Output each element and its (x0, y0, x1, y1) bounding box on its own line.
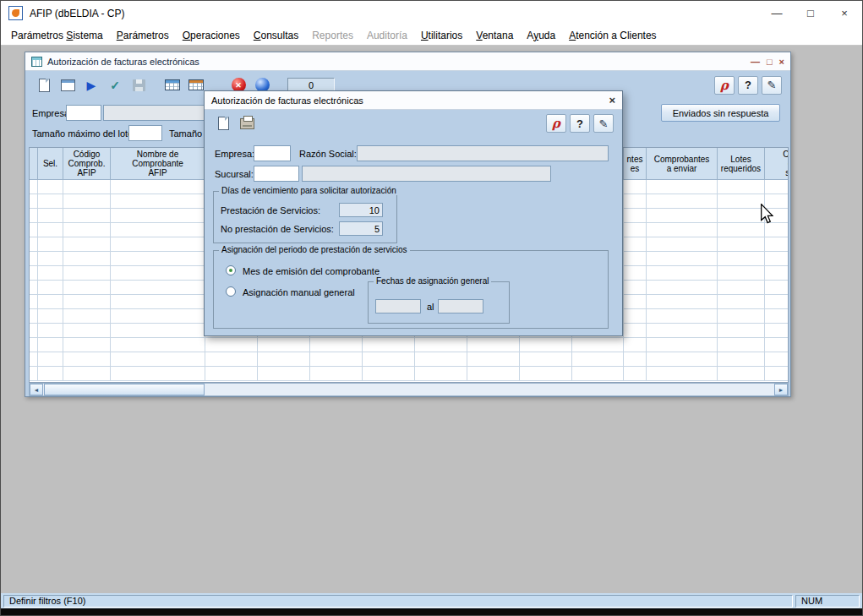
child-window-controls: — □ × (751, 57, 784, 67)
razon-social-label: Razón Social: (299, 149, 357, 159)
dialog-toolbar: ρ ? ✎ (205, 111, 622, 136)
grid-header-cell[interactable]: Nombre deComprobanteAFIP (111, 148, 205, 180)
tamano-lote-input[interactable] (128, 125, 162, 141)
prestacion-label: Prestación de Servicios: (221, 205, 320, 215)
save-disk-icon (133, 79, 145, 91)
printer-icon (240, 118, 254, 129)
confirm-button[interactable]: ✓ (105, 75, 125, 95)
radio-asignacion-manual[interactable] (226, 286, 236, 297)
dialog-exit-button[interactable]: ρ (546, 114, 566, 133)
fecha-desde-input (375, 299, 421, 313)
exit-button[interactable]: ρ (714, 76, 735, 95)
dialog-help-button[interactable]: ? (570, 114, 590, 133)
dialog-title: Autorización de facturas electrónicas (211, 95, 363, 106)
razon-social-field (357, 145, 609, 161)
filter-button[interactable]: ✎ (762, 76, 782, 95)
grid-header-cell[interactable]: Sel. (38, 148, 63, 180)
save-button[interactable] (128, 75, 149, 95)
child-minimize-button[interactable]: — (751, 57, 760, 67)
window-title: AFIP (dbELDIA - CP) (30, 8, 124, 19)
dialog-empresa-label: Empresa: (215, 149, 254, 159)
help-button[interactable]: ? (738, 76, 758, 95)
table-row[interactable] (30, 338, 788, 352)
help-icon: ? (745, 79, 751, 91)
menu-item[interactable]: Reportes (305, 26, 360, 45)
vencimiento-groupbox-label: Días de vencimiento para solicitar autor… (219, 186, 399, 195)
properties-button[interactable] (57, 75, 78, 95)
new-record-button[interactable] (34, 75, 54, 95)
dialog-print-button[interactable] (237, 113, 257, 134)
grid-header-cell[interactable]: Comprobaenviadosin respu (765, 148, 789, 180)
dialog-toolbar-right-group: ρ ? ✎ (543, 114, 614, 133)
exit-icon: ρ (552, 116, 560, 131)
grid-window-icon (31, 57, 42, 67)
table-row[interactable] (30, 367, 788, 381)
child-maximize-button[interactable]: □ (767, 57, 773, 67)
num-lock-indicator: NUM (795, 595, 860, 608)
quill-icon: ✎ (599, 117, 609, 130)
table-export-icon (188, 79, 204, 90)
scroll-left-button[interactable]: ◄ (30, 384, 43, 395)
scroll-right-button[interactable]: ► (774, 384, 788, 395)
maximize-button[interactable]: □ (794, 1, 827, 25)
menu-item[interactable]: Operaciones (176, 26, 247, 45)
radio-mes-emision-label[interactable]: Mes de emisión del comprobante (243, 266, 380, 276)
fechas-groupbox: Fechas de asignación general al (368, 281, 510, 324)
help-icon: ? (576, 117, 583, 130)
radio-mes-emision[interactable] (226, 265, 236, 275)
menu-bar: Parámetros SistemaParámetrosOperacionesC… (1, 25, 862, 46)
menu-item[interactable]: Auditoría (360, 26, 414, 45)
exit-icon: ρ (720, 78, 729, 93)
sucursal-input[interactable] (254, 166, 299, 182)
run-icon: ▶ (87, 79, 96, 91)
toolbar-right-group: ρ ? ✎ (711, 76, 782, 95)
menu-item[interactable]: Utilitarios (414, 26, 469, 45)
fecha-hasta-input (438, 299, 483, 313)
window-controls: — □ × (760, 1, 861, 25)
grid-header-cell[interactable] (30, 148, 38, 180)
mdi-area: Autorización de facturas electrónicas — … (1, 46, 862, 593)
grid-view-button[interactable] (162, 75, 183, 95)
title-bar: AFIP (dbELDIA - CP) — □ × (1, 1, 862, 25)
window-bottom-edge (1, 608, 862, 615)
new-document-icon (39, 79, 50, 92)
dialog-new-button[interactable] (213, 113, 233, 134)
enviados-sin-respuesta-button[interactable]: Enviados sin respuesta (661, 104, 780, 122)
menu-item[interactable]: Parámetros (110, 26, 176, 45)
menu-item[interactable]: Ayuda (520, 26, 562, 45)
dialog-title-bar: Autorización de facturas electrónicas × (205, 91, 622, 110)
scrollbar-thumb[interactable] (44, 384, 205, 395)
form-window-icon (61, 79, 75, 91)
no-prestacion-label: No prestación de Servicios: (221, 224, 334, 234)
grid-header-cell[interactable]: nteses (624, 148, 647, 180)
menu-item[interactable]: Atención a Clientes (562, 26, 663, 45)
child-title-bar: Autorización de facturas electrónicas — … (25, 52, 790, 71)
dialog-filter-button[interactable]: ✎ (593, 114, 614, 133)
menu-item[interactable]: Ventana (469, 26, 520, 45)
execute-button[interactable]: ▶ (81, 75, 101, 95)
status-message-panel: Definir filtros (F10) (3, 595, 793, 608)
grid-header-cell[interactable]: CódigoComprob.AFIP (63, 148, 111, 180)
grid-header-cell[interactable]: Comprobantesa enviar (647, 148, 718, 180)
menu-item[interactable]: Consultas (247, 26, 305, 45)
app-icon (8, 6, 23, 20)
no-prestacion-input[interactable] (339, 221, 383, 236)
vencimiento-groupbox: Días de vencimiento para solicitar autor… (213, 191, 397, 243)
radio-asignacion-manual-label[interactable]: Asignación manual general (243, 287, 355, 297)
grid-header-cell[interactable]: Lotesrequeridos (718, 148, 765, 180)
menu-item[interactable]: Parámetros Sistema (4, 26, 110, 45)
new-document-icon (218, 117, 229, 130)
tamano-lote-label: Tamaño máximo del lote: (32, 128, 135, 139)
close-button[interactable]: × (827, 1, 861, 25)
dialog-close-button[interactable]: × (609, 94, 615, 106)
child-close-button[interactable]: × (779, 57, 784, 67)
check-icon: ✓ (110, 79, 120, 91)
empresa-input[interactable] (66, 105, 101, 121)
dialog-empresa-input[interactable] (254, 145, 291, 161)
table-row[interactable] (30, 352, 788, 367)
child-window-title: Autorización de facturas electrónicas (47, 57, 199, 67)
app-window: AFIP (dbELDIA - CP) — □ × Parámetros Sis… (0, 0, 863, 616)
minimize-button[interactable]: — (760, 1, 794, 25)
horizontal-scrollbar[interactable]: ◄ ► (29, 383, 789, 396)
prestacion-input[interactable] (339, 203, 383, 217)
